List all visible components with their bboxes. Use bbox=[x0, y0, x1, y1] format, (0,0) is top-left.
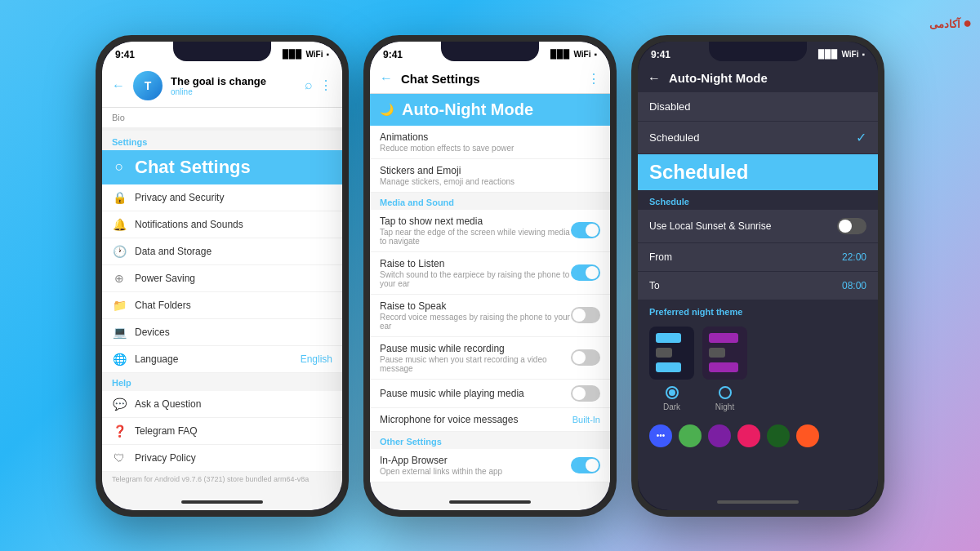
phone-chat-settings: 9:41 ▉▉▉ WiFi ▪ ← Chat Settings ⋮ 🌙 Auto… bbox=[363, 35, 617, 517]
other-settings-label: Other Settings bbox=[370, 432, 610, 449]
to-value: 08:00 bbox=[842, 280, 866, 291]
raise-listen-title: Raise to Listen bbox=[380, 258, 571, 269]
back-button-3[interactable]: ← bbox=[648, 71, 661, 86]
chat-icon: ○ bbox=[112, 158, 127, 176]
theme-options: Dark Night bbox=[638, 320, 878, 418]
raise-speak-toggle[interactable] bbox=[571, 307, 600, 323]
dark-radio[interactable] bbox=[666, 386, 679, 399]
telegram-faq-text: Telegram FAQ bbox=[135, 425, 332, 437]
notifications-item[interactable]: 🔔 Notifications and Sounds bbox=[102, 211, 342, 238]
globe-icon: 🌐 bbox=[112, 353, 127, 366]
night-theme-card[interactable]: Night bbox=[702, 327, 747, 411]
moon-icon: 🌙 bbox=[380, 103, 394, 116]
scheduled-label: Scheduled bbox=[649, 161, 866, 184]
back-button[interactable]: ← bbox=[112, 78, 125, 93]
dark-theme-name: Dark bbox=[663, 402, 680, 411]
pause-playing-toggle[interactable] bbox=[571, 385, 600, 402]
disabled-option[interactable]: Disabled bbox=[638, 92, 878, 122]
question-icon: 💬 bbox=[112, 398, 127, 411]
local-sunset-row[interactable]: Use Local Sunset & Sunrise bbox=[638, 210, 878, 243]
disabled-text: Disabled bbox=[649, 100, 691, 113]
data-storage-item[interactable]: 🕐 Data and Storage bbox=[102, 238, 342, 265]
wifi-icon: WiFi bbox=[305, 50, 323, 59]
color-dot-green[interactable] bbox=[679, 424, 702, 447]
tap-show-media-toggle[interactable] bbox=[571, 222, 600, 238]
night-bar-2 bbox=[709, 348, 725, 358]
status-icons-1: ▉▉▉ WiFi ▪ bbox=[283, 50, 329, 59]
chat-folders-text: Chat Folders bbox=[135, 300, 332, 311]
in-app-browser-item[interactable]: In-App Browser Open external links withi… bbox=[370, 449, 610, 482]
animations-item[interactable]: Animations Reduce motion effects to save… bbox=[370, 126, 610, 159]
dark-bar-1 bbox=[656, 333, 681, 343]
more-icon[interactable]: ⋮ bbox=[319, 78, 332, 93]
home-indicator-2 bbox=[449, 500, 531, 504]
microphone-item[interactable]: Microphone for voice messages Built-In bbox=[370, 408, 610, 432]
pause-recording-title: Pause music while recording bbox=[380, 343, 571, 354]
pause-recording-toggle[interactable] bbox=[571, 349, 600, 366]
media-sound-label: Media and Sound bbox=[370, 193, 610, 210]
color-dot-pink[interactable] bbox=[737, 424, 760, 447]
devices-icon: 💻 bbox=[112, 326, 127, 339]
chat-settings-title: Chat Settings bbox=[401, 72, 579, 86]
color-dot-blue[interactable]: ••• bbox=[649, 424, 672, 447]
scheduled-option[interactable]: Scheduled ✓ bbox=[638, 122, 878, 154]
pause-recording-desc: Pause music when you start recording a v… bbox=[380, 355, 571, 373]
from-label: From bbox=[649, 251, 672, 263]
clock-icon: 🕐 bbox=[112, 245, 127, 258]
night-radio[interactable] bbox=[719, 386, 732, 399]
night-theme-name: Night bbox=[715, 402, 734, 411]
ask-question-item[interactable]: 💬 Ask a Question bbox=[102, 391, 342, 418]
phone-settings: 9:41 ▉▉▉ WiFi ▪ ← T The goal is change o… bbox=[96, 35, 349, 517]
more-button-2[interactable]: ⋮ bbox=[587, 71, 600, 87]
color-dot-purple[interactable] bbox=[708, 424, 731, 447]
shield-icon: 🛡 bbox=[112, 451, 127, 464]
power-saving-item[interactable]: ⊕ Power Saving bbox=[102, 265, 342, 292]
power-saving-text: Power Saving bbox=[135, 273, 332, 284]
tap-show-media-item[interactable]: Tap to show next media Tap near the edge… bbox=[370, 210, 610, 252]
raise-listen-item[interactable]: Raise to Listen Switch sound to the earp… bbox=[370, 252, 610, 295]
language-item[interactable]: 🌐 Language English bbox=[102, 346, 342, 373]
in-app-browser-toggle[interactable] bbox=[571, 457, 600, 473]
status-icons-3: ▉▉▉ WiFi ▪ bbox=[818, 50, 865, 59]
avatar: T bbox=[133, 71, 163, 100]
devices-item[interactable]: 💻 Devices bbox=[102, 319, 342, 346]
night-bar-1 bbox=[709, 333, 738, 343]
stickers-item[interactable]: Stickers and Emoji Manage stickers, emoj… bbox=[370, 159, 610, 193]
chat-folders-item[interactable]: 📁 Chat Folders bbox=[102, 292, 342, 319]
raise-listen-desc: Switch sound to the earpiece by raising … bbox=[380, 270, 571, 288]
pause-playing-item[interactable]: Pause music while playing media bbox=[370, 380, 610, 408]
raise-listen-toggle[interactable] bbox=[571, 264, 600, 281]
auto-night-mode-item[interactable]: 🌙 Auto-Night Mode bbox=[370, 94, 610, 126]
pause-recording-item[interactable]: Pause music while recording Pause music … bbox=[370, 337, 610, 380]
chat-settings-item[interactable]: ○ Chat Settings bbox=[102, 150, 342, 184]
local-sunset-toggle[interactable] bbox=[837, 218, 866, 234]
scheduled-highlight: Scheduled bbox=[638, 154, 878, 190]
auto-night-text: Auto-Night Mode bbox=[402, 100, 533, 119]
color-palette: ••• bbox=[638, 418, 878, 454]
status-time-1: 9:41 bbox=[115, 49, 135, 60]
signal-icon-2: ▉▉▉ bbox=[550, 50, 570, 59]
battery-icon: ⊕ bbox=[112, 272, 127, 285]
devices-text: Devices bbox=[135, 327, 332, 338]
pause-playing-title: Pause music while playing media bbox=[380, 388, 571, 399]
color-dot-darkgreen[interactable] bbox=[767, 424, 790, 447]
privacy-policy-item[interactable]: 🛡 Privacy Policy bbox=[102, 445, 342, 472]
privacy-security-item[interactable]: 🔒 Privacy and Security bbox=[102, 184, 342, 211]
back-button-2[interactable]: ← bbox=[380, 71, 393, 86]
stickers-desc: Manage stickers, emoji and reactions bbox=[380, 177, 514, 186]
dark-theme-preview bbox=[649, 327, 694, 380]
data-storage-text: Data and Storage bbox=[135, 246, 332, 257]
language-value: English bbox=[301, 353, 332, 365]
profile-header: ← T The goal is change online ⌕ ⋮ bbox=[102, 64, 342, 108]
dark-theme-card[interactable]: Dark bbox=[649, 327, 694, 411]
in-app-browser-desc: Open external links within the app bbox=[380, 467, 571, 476]
from-row[interactable]: From 22:00 bbox=[638, 243, 878, 272]
to-row[interactable]: To 08:00 bbox=[638, 272, 878, 300]
color-dot-orange[interactable] bbox=[796, 424, 819, 447]
language-text: Language bbox=[135, 353, 292, 365]
raise-speak-item[interactable]: Raise to Speak Record voice messages by … bbox=[370, 295, 610, 337]
bio-section: Bio bbox=[102, 108, 342, 131]
phone-auto-night: 9:41 ▉▉▉ WiFi ▪ ← Auto-Night Mode Disabl… bbox=[631, 35, 884, 517]
telegram-faq-item[interactable]: ❓ Telegram FAQ bbox=[102, 418, 342, 445]
search-icon[interactable]: ⌕ bbox=[305, 78, 313, 93]
